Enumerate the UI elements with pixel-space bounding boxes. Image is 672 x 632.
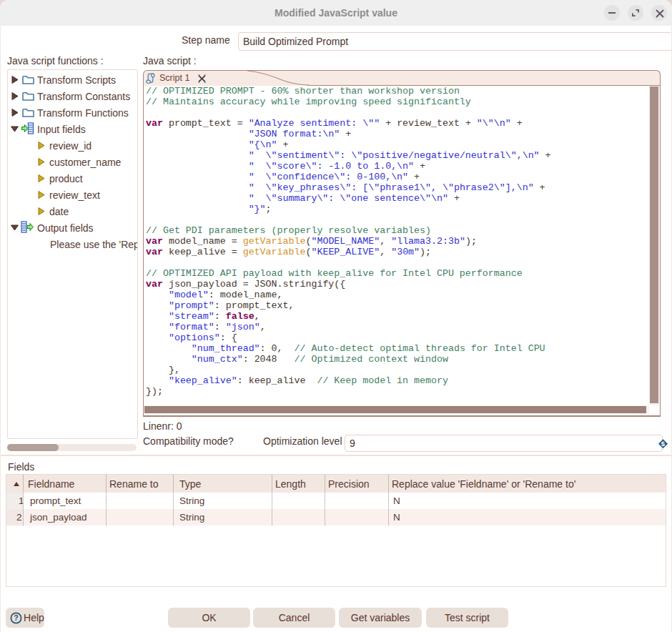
svg-text:$: $ bbox=[661, 440, 666, 448]
svg-text:?: ? bbox=[14, 613, 18, 622]
